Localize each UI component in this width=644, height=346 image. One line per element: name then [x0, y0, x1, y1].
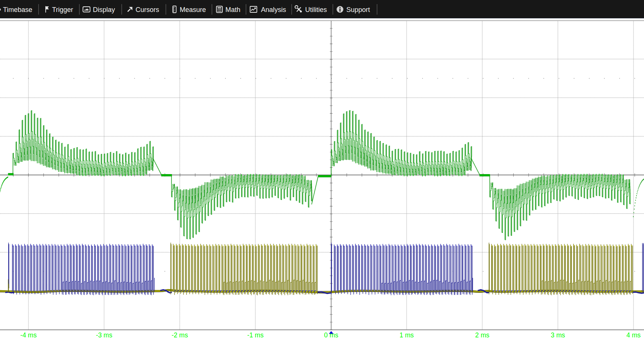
svg-text:1 ms: 1 ms	[400, 331, 414, 339]
svg-text:-1 ms: -1 ms	[247, 331, 264, 339]
svg-text:-4 ms: -4 ms	[20, 331, 37, 339]
svg-text:2 ms: 2 ms	[475, 331, 489, 339]
svg-text:3 ms: 3 ms	[551, 331, 565, 339]
svg-text:0 ms: 0 ms	[324, 331, 338, 339]
svg-text:-3 ms: -3 ms	[96, 331, 112, 339]
svg-text:4 ms: 4 ms	[626, 331, 641, 339]
svg-text:-2 ms: -2 ms	[171, 331, 188, 339]
